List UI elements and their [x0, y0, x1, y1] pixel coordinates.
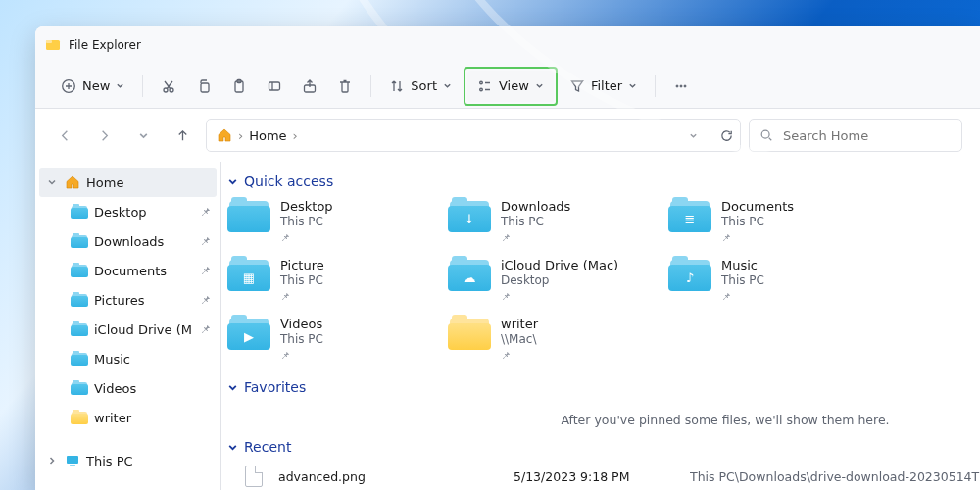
- sidebar-item-writer[interactable]: writer: [39, 403, 217, 432]
- folder-icon: [71, 411, 88, 424]
- svg-point-11: [480, 88, 483, 91]
- item-date: 5/13/2023 9:18 PM: [514, 469, 690, 484]
- nav-forward[interactable]: [88, 120, 120, 151]
- item-location: This PC: [501, 215, 570, 228]
- item-name: Downloads: [501, 199, 570, 214]
- section-recent[interactable]: Recent: [227, 439, 980, 455]
- sidebar-item-videos[interactable]: Videos: [39, 373, 217, 403]
- breadcrumb-home[interactable]: Home: [249, 128, 286, 143]
- pin-icon: 📌︎: [280, 232, 333, 243]
- item-name: Music: [721, 258, 764, 272]
- new-button[interactable]: New: [53, 72, 132, 101]
- chevron-down-icon: [45, 177, 59, 187]
- view-button[interactable]: View: [467, 71, 554, 102]
- sidebar-item-downloads[interactable]: Downloads 📌︎: [39, 226, 217, 256]
- sort-button[interactable]: Sort: [381, 72, 460, 101]
- svg-point-15: [761, 130, 769, 138]
- item-location: This PC: [280, 215, 333, 228]
- chevron-down-icon: [227, 176, 238, 187]
- breadcrumb-separator: ›: [238, 128, 243, 143]
- titlebar: File Explorer: [35, 26, 980, 64]
- app-icon: [45, 37, 61, 53]
- folder-icon: ▦: [227, 258, 270, 291]
- svg-rect-1: [46, 40, 52, 43]
- sidebar-item-pictures[interactable]: Pictures 📌︎: [39, 285, 217, 315]
- pin-icon: 📌︎: [200, 235, 211, 248]
- quick-access-item[interactable]: writer \\Mac\ 📌︎: [446, 315, 666, 373]
- quick-access-item[interactable]: ▦ Picture This PC 📌︎: [225, 256, 446, 315]
- pin-icon: 📌︎: [721, 291, 764, 302]
- delete-button[interactable]: [329, 72, 361, 101]
- chevron-down-icon: [116, 81, 124, 90]
- paste-button[interactable]: [223, 72, 255, 101]
- sidebar-item-icloud-drive-mac-[interactable]: iCloud Drive (M 📌︎: [39, 315, 217, 344]
- refresh-button[interactable]: [719, 128, 734, 143]
- folder-icon: [71, 381, 88, 395]
- home-icon: [65, 174, 80, 190]
- folder-icon: [71, 352, 88, 366]
- search-box[interactable]: [749, 119, 962, 152]
- item-location: \\Mac\: [501, 332, 538, 346]
- folder-icon: ☁: [448, 258, 491, 291]
- address-history-dropdown[interactable]: [689, 131, 698, 140]
- pin-icon: 📌︎: [200, 323, 211, 336]
- share-button[interactable]: [294, 72, 325, 101]
- search-input[interactable]: [781, 127, 952, 144]
- item-location: This PC: [721, 215, 794, 228]
- nav-back[interactable]: [49, 120, 80, 151]
- filter-button[interactable]: Filter: [562, 72, 645, 101]
- item-name: Desktop: [280, 199, 333, 214]
- quick-access-item[interactable]: Desktop This PC 📌︎: [225, 197, 446, 256]
- item-location: This PC: [280, 332, 323, 346]
- pin-icon: 📌︎: [501, 232, 570, 243]
- address-bar[interactable]: › Home ›: [206, 119, 741, 152]
- folder-icon: [71, 205, 88, 219]
- sidebar-item-music[interactable]: Music: [39, 344, 217, 373]
- copy-button[interactable]: [188, 72, 220, 101]
- sidebar-item-documents[interactable]: Documents 📌︎: [39, 256, 217, 285]
- recent-item[interactable]: advanced.png 5/13/2023 9:18 PM This PC\D…: [225, 463, 980, 490]
- more-button[interactable]: [665, 72, 697, 101]
- quick-access-item[interactable]: ≣ Documents This PC 📌︎: [666, 197, 887, 256]
- sidebar-item-desktop[interactable]: Desktop 📌︎: [39, 197, 217, 226]
- chevron-down-icon: [227, 382, 238, 393]
- svg-rect-16: [67, 456, 78, 464]
- folder-icon: [71, 264, 88, 277]
- sidebar-item-label: Music: [94, 352, 130, 367]
- folder-icon: [71, 322, 88, 336]
- pin-icon: 📌︎: [501, 291, 618, 302]
- folder-icon: ♪: [668, 258, 711, 291]
- item-name: Picture: [280, 258, 324, 272]
- svg-rect-5: [201, 83, 209, 92]
- item-location: Desktop: [501, 273, 618, 287]
- item-location: This PC: [721, 273, 764, 287]
- nav-up[interactable]: [167, 120, 198, 151]
- quick-access-item[interactable]: ☁ iCloud Drive (Mac) Desktop 📌︎: [446, 256, 666, 315]
- section-favorites[interactable]: Favorites: [227, 379, 980, 395]
- sidebar-item-label: writer: [94, 411, 131, 425]
- nav-row: › Home ›: [35, 109, 980, 162]
- section-quick-access[interactable]: Quick access: [227, 173, 980, 189]
- monitor-icon: [65, 453, 80, 468]
- quick-access-item[interactable]: ▶ Videos This PC 📌︎: [225, 315, 446, 373]
- quick-access-item[interactable]: ♪ Music This PC 📌︎: [666, 256, 887, 315]
- nav-recent-dropdown[interactable]: [127, 120, 159, 151]
- sidebar-item-home[interactable]: Home: [39, 168, 217, 197]
- svg-rect-8: [270, 82, 280, 90]
- svg-point-12: [676, 85, 678, 87]
- sidebar-item-label: iCloud Drive (M: [94, 322, 192, 337]
- item-name: writer: [501, 317, 538, 331]
- folder-icon: ▶: [227, 317, 270, 350]
- content-pane: Quick access Desktop This PC 📌︎ ↓ Downlo…: [221, 162, 980, 490]
- chevron-down-icon: [227, 442, 238, 453]
- chevron-down-icon: [443, 81, 452, 90]
- cut-button[interactable]: [153, 72, 184, 101]
- folder-icon: [448, 317, 491, 350]
- item-path: This PC\Downloads\drive-download-2023051…: [690, 469, 980, 484]
- item-name: advanced.png: [278, 469, 514, 484]
- rename-button[interactable]: [259, 72, 290, 101]
- sidebar-item-this-pc[interactable]: This PC: [39, 446, 217, 475]
- folder-icon: ↓: [448, 199, 491, 232]
- sidebar: Home Desktop 📌︎ Downloads 📌︎ Documents 📌…: [35, 162, 221, 490]
- quick-access-item[interactable]: ↓ Downloads This PC 📌︎: [446, 197, 666, 256]
